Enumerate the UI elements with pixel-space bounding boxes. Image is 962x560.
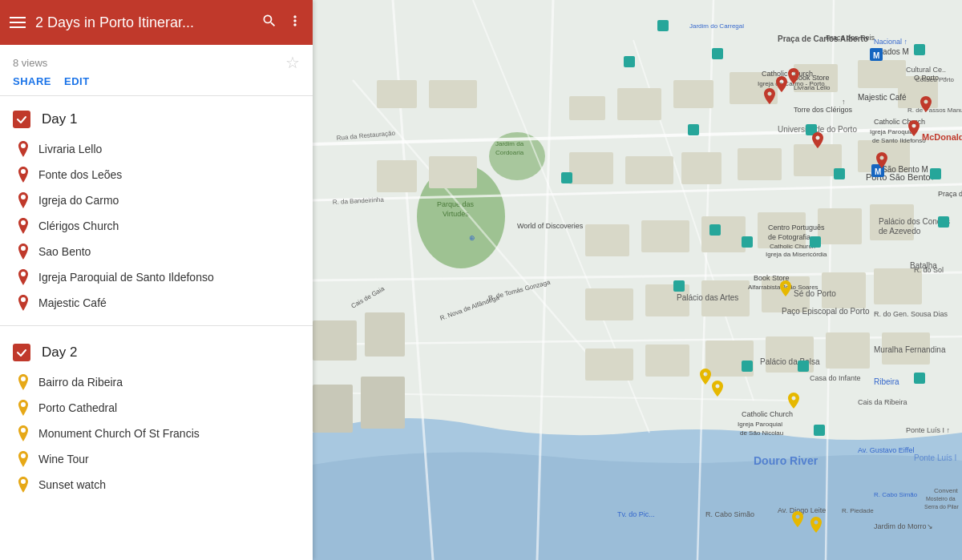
svg-text:McDonald's: McDonald's (922, 132, 962, 142)
svg-rect-24 (673, 80, 713, 108)
list-item[interactable]: Porto Cathedral (0, 395, 313, 421)
svg-text:Douro River: Douro River (754, 454, 819, 467)
list-item[interactable]: Livraria Lello (0, 136, 313, 162)
list-item[interactable]: Igreja do Carmo (0, 187, 313, 213)
svg-text:Ribeira: Ribeira (874, 377, 899, 386)
place-name: Igreja do Carmo (38, 194, 119, 207)
place-name: Porto Cathedral (38, 401, 117, 414)
svg-text:de Azevedo: de Azevedo (879, 227, 921, 236)
svg-text:Serra do Pilar: Serra do Pilar (924, 504, 959, 510)
svg-rect-34 (738, 148, 782, 180)
search-icon[interactable] (261, 13, 277, 33)
star-icon[interactable]: ☆ (285, 53, 300, 72)
svg-text:Cultural Ce..: Cultural Ce.. (906, 66, 946, 74)
list-item[interactable]: Igreja Paroquial de Santo Ildefonso (0, 264, 313, 290)
header-title: 2 Days in Porto Itinerar... (35, 14, 252, 31)
day2-checkbox[interactable] (13, 344, 30, 361)
svg-text:Paço Episcopal do Porto: Paço Episcopal do Porto (782, 307, 870, 316)
svg-rect-50 (645, 344, 689, 377)
pin-yellow-icon (16, 452, 30, 466)
svg-text:↑: ↑ (842, 98, 846, 106)
svg-text:R. Cabo Simão: R. Cabo Simão (705, 510, 754, 518)
list-item[interactable]: Fonte dos Leões (0, 162, 313, 187)
svg-text:Mosteiro da: Mosteiro da (926, 496, 956, 502)
day2-place-list: Bairro da Ribeira Porto Cathedral Monume… (0, 369, 313, 504)
list-item[interactable]: Majestic Café (0, 290, 313, 316)
place-name: Sunset watch (38, 478, 106, 491)
map-area[interactable]: Parque das Virtudes Jardim da Cordoaria (313, 0, 962, 560)
list-item[interactable]: Sao Bento (0, 239, 313, 264)
svg-rect-37 (585, 224, 629, 256)
list-item[interactable]: Bairro da Ribeira (0, 369, 313, 395)
edit-button[interactable]: EDIT (64, 75, 90, 87)
list-item[interactable]: Wine Tour (0, 446, 313, 472)
pin-yellow-icon (16, 426, 30, 441)
svg-text:M: M (875, 167, 881, 176)
svg-text:R. do Sol: R. do Sol (914, 266, 944, 274)
svg-rect-144 (742, 361, 753, 372)
svg-text:Cais da Ribeira: Cais da Ribeira (858, 398, 907, 406)
svg-rect-134 (657, 20, 669, 31)
svg-rect-43 (585, 288, 633, 320)
svg-rect-20 (377, 80, 417, 108)
svg-rect-137 (938, 216, 949, 228)
svg-text:Igreja Paroquial: Igreja Paroquial (738, 421, 782, 428)
svg-rect-56 (361, 377, 405, 429)
day2-header[interactable]: Day 2 (0, 329, 313, 369)
svg-rect-135 (834, 168, 845, 179)
svg-text:Igreja Paroquial: Igreja Paroquial (870, 128, 915, 135)
svg-rect-38 (641, 220, 689, 252)
svg-rect-130 (688, 124, 699, 135)
place-name: Bairro da Ribeira (38, 376, 123, 389)
pin-yellow-icon (16, 375, 30, 389)
pin-red-icon (16, 193, 30, 207)
svg-rect-57 (313, 320, 357, 361)
list-item[interactable]: Monument Church Of St Francis (0, 421, 313, 446)
svg-text:Praça dos Reis: Praça dos Reis (826, 34, 875, 42)
svg-rect-129 (624, 56, 635, 67)
day2-section: Day 2 Bairro da Ribeira Porto Cathedral … (0, 329, 313, 504)
svg-text:R. do Gen. Sousa Dias: R. do Gen. Sousa Dias (874, 310, 948, 318)
svg-text:Palácio das Artes: Palácio das Artes (677, 293, 738, 302)
svg-text:de São Nicolau: de São Nicolau (740, 429, 783, 437)
svg-rect-147 (914, 373, 925, 384)
sidebar: 2 Days in Porto Itinerar... 8 views ☆ SH… (0, 0, 313, 560)
svg-rect-140 (810, 236, 821, 248)
share-button[interactable]: SHARE (13, 75, 51, 87)
svg-rect-139 (742, 236, 753, 248)
svg-rect-23 (617, 88, 661, 120)
svg-text:Majestic Café: Majestic Café (858, 93, 907, 102)
svg-text:⊕: ⊕ (469, 234, 475, 242)
day1-header[interactable]: Day 1 (0, 96, 313, 136)
svg-rect-49 (585, 348, 633, 381)
pin-red-icon (16, 167, 30, 182)
svg-text:R. de Passos Manuel: R. de Passos Manuel (907, 107, 962, 114)
svg-rect-22 (569, 96, 605, 120)
list-item[interactable]: Clérigos Church (0, 213, 313, 239)
day1-checkbox[interactable] (13, 111, 30, 128)
list-item[interactable]: Sunset watch (0, 472, 313, 498)
svg-text:de Fotografia: de Fotografia (768, 233, 810, 241)
svg-text:Ponte Luís I ↑: Ponte Luís I ↑ (906, 426, 950, 434)
more-options-icon[interactable] (287, 13, 303, 33)
svg-text:Convent: Convent (934, 487, 959, 494)
svg-rect-136 (930, 168, 941, 179)
svg-text:Cordoaria: Cordoaria (495, 149, 524, 156)
svg-text:O Porto →: O Porto → (914, 74, 948, 82)
svg-text:Jardim da: Jardim da (495, 140, 524, 147)
menu-icon[interactable] (10, 17, 26, 28)
views-count: 8 views (13, 57, 47, 69)
place-name: Fonte dos Leões (38, 168, 122, 181)
svg-rect-141 (914, 44, 925, 55)
svg-text:de Santo Ildefonso: de Santo Ildefonso (872, 137, 926, 144)
svg-text:Ponte Luís I: Ponte Luís I (914, 453, 956, 462)
svg-text:Praça da Batalha: Praça da Batalha (938, 190, 962, 198)
pin-red-icon (16, 142, 30, 156)
views-row: 8 views ☆ (0, 45, 313, 72)
place-name: Livraria Lello (38, 143, 102, 155)
svg-rect-21 (429, 80, 477, 108)
svg-text:M: M (873, 51, 879, 60)
svg-rect-31 (569, 152, 613, 184)
svg-rect-55 (313, 385, 353, 433)
svg-text:Centro Português: Centro Português (768, 224, 825, 232)
